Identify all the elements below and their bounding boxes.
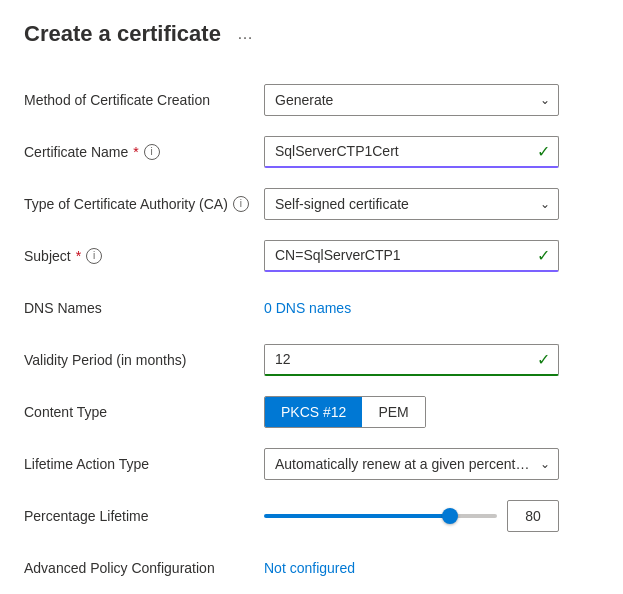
form-row-subject: Subject * i CN=SqlServerCTP1 ✓ bbox=[24, 232, 599, 280]
cert-name-input[interactable]: SqlServerCTP1Cert ✓ bbox=[264, 136, 559, 168]
lifetime-action-dropdown[interactable]: Automatically renew at a given percentag… bbox=[264, 448, 559, 480]
form-row-dns: DNS Names 0 DNS names bbox=[24, 284, 599, 332]
control-ca-type: Self-signed certificate ⌄ bbox=[264, 188, 599, 220]
label-cert-name-text: Certificate Name bbox=[24, 144, 128, 160]
label-percentage: Percentage Lifetime bbox=[24, 508, 264, 524]
label-subject: Subject * i bbox=[24, 248, 264, 264]
label-ca-type: Type of Certificate Authority (CA) i bbox=[24, 196, 264, 212]
form-row-percentage: Percentage Lifetime 80 bbox=[24, 492, 599, 540]
control-percentage: 80 bbox=[264, 500, 599, 532]
cert-name-required: * bbox=[133, 144, 138, 160]
cert-name-check-icon: ✓ bbox=[537, 142, 550, 161]
label-dns-text: DNS Names bbox=[24, 300, 102, 316]
ca-type-chevron-icon: ⌄ bbox=[540, 197, 550, 211]
label-validity: Validity Period (in months) bbox=[24, 352, 264, 368]
subject-value: CN=SqlServerCTP1 bbox=[275, 247, 533, 263]
method-chevron-icon: ⌄ bbox=[540, 93, 550, 107]
subject-input[interactable]: CN=SqlServerCTP1 ✓ bbox=[264, 240, 559, 272]
label-lifetime-action-text: Lifetime Action Type bbox=[24, 456, 149, 472]
label-dns: DNS Names bbox=[24, 300, 264, 316]
method-dropdown-value: Generate bbox=[275, 92, 534, 108]
form-row-validity: Validity Period (in months) 12 ✓ bbox=[24, 336, 599, 384]
control-advanced-policy: Not configured bbox=[264, 560, 599, 576]
method-dropdown[interactable]: Generate ⌄ bbox=[264, 84, 559, 116]
lifetime-action-value: Automatically renew at a given percentag… bbox=[275, 456, 534, 472]
label-validity-text: Validity Period (in months) bbox=[24, 352, 186, 368]
label-method: Method of Certificate Creation bbox=[24, 92, 264, 108]
label-percentage-text: Percentage Lifetime bbox=[24, 508, 149, 524]
form-row-method: Method of Certificate Creation Generate … bbox=[24, 76, 599, 124]
form-row-content-type: Content Type PKCS #12 PEM bbox=[24, 388, 599, 436]
ca-type-dropdown[interactable]: Self-signed certificate ⌄ bbox=[264, 188, 559, 220]
page-title: Create a certificate bbox=[24, 21, 221, 47]
lifetime-action-chevron-icon: ⌄ bbox=[540, 457, 550, 471]
label-cert-name: Certificate Name * i bbox=[24, 144, 264, 160]
dns-names-link[interactable]: 0 DNS names bbox=[264, 300, 351, 316]
label-method-text: Method of Certificate Creation bbox=[24, 92, 210, 108]
label-content-type-text: Content Type bbox=[24, 404, 107, 420]
ca-type-dropdown-value: Self-signed certificate bbox=[275, 196, 534, 212]
control-method: Generate ⌄ bbox=[264, 84, 599, 116]
validity-input[interactable]: 12 ✓ bbox=[264, 344, 559, 376]
slider-container: 80 bbox=[264, 500, 559, 532]
content-type-toggle: PKCS #12 PEM bbox=[264, 396, 426, 428]
form-row-ca-type: Type of Certificate Authority (CA) i Sel… bbox=[24, 180, 599, 228]
form-row-cert-name: Certificate Name * i SqlServerCTP1Cert ✓ bbox=[24, 128, 599, 176]
label-subject-text: Subject bbox=[24, 248, 71, 264]
page-header: Create a certificate … bbox=[24, 20, 599, 48]
form-section: Method of Certificate Creation Generate … bbox=[24, 76, 599, 594]
percentage-slider[interactable] bbox=[264, 514, 497, 518]
ca-type-info-icon[interactable]: i bbox=[233, 196, 249, 212]
toggle-pkcs12[interactable]: PKCS #12 bbox=[265, 397, 362, 427]
not-configured-link[interactable]: Not configured bbox=[264, 560, 355, 576]
validity-value: 12 bbox=[275, 351, 533, 367]
toggle-pem[interactable]: PEM bbox=[362, 397, 424, 427]
slider-thumb[interactable] bbox=[442, 508, 458, 524]
control-subject: CN=SqlServerCTP1 ✓ bbox=[264, 240, 599, 272]
subject-info-icon[interactable]: i bbox=[86, 248, 102, 264]
control-lifetime-action: Automatically renew at a given percentag… bbox=[264, 448, 599, 480]
percentage-value: 80 bbox=[507, 500, 559, 532]
form-row-advanced-policy: Advanced Policy Configuration Not config… bbox=[24, 544, 599, 592]
ellipsis-button[interactable]: … bbox=[231, 20, 259, 48]
label-advanced-policy-text: Advanced Policy Configuration bbox=[24, 560, 215, 576]
form-row-lifetime-action: Lifetime Action Type Automatically renew… bbox=[24, 440, 599, 488]
label-content-type: Content Type bbox=[24, 404, 264, 420]
control-content-type: PKCS #12 PEM bbox=[264, 396, 599, 428]
cert-name-info-icon[interactable]: i bbox=[144, 144, 160, 160]
control-validity: 12 ✓ bbox=[264, 344, 599, 376]
subject-check-icon: ✓ bbox=[537, 246, 550, 265]
page-container: Create a certificate … Method of Certifi… bbox=[0, 0, 623, 594]
control-cert-name: SqlServerCTP1Cert ✓ bbox=[264, 136, 599, 168]
subject-required: * bbox=[76, 248, 81, 264]
validity-check-icon: ✓ bbox=[537, 350, 550, 369]
label-lifetime-action: Lifetime Action Type bbox=[24, 456, 264, 472]
control-dns: 0 DNS names bbox=[264, 300, 599, 316]
label-ca-type-text: Type of Certificate Authority (CA) bbox=[24, 196, 228, 212]
label-advanced-policy: Advanced Policy Configuration bbox=[24, 560, 264, 576]
cert-name-value: SqlServerCTP1Cert bbox=[275, 143, 533, 159]
